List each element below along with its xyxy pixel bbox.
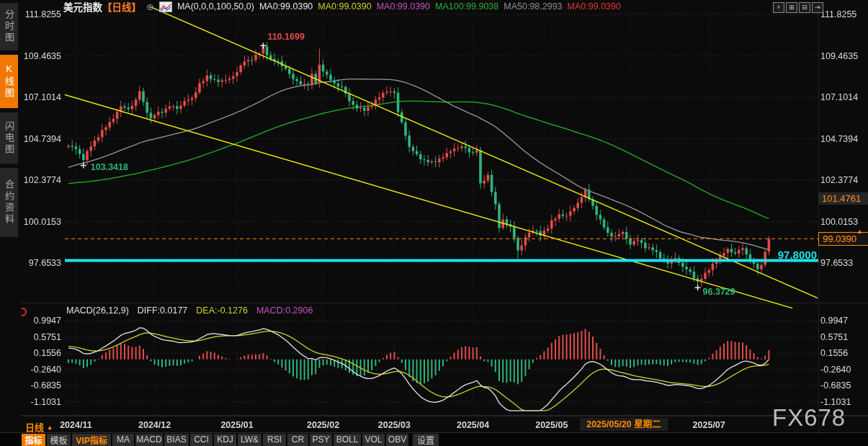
chart-legend: 美元指数【日线】 ⊕ MA(0,0,0,100,50,0) MA0:99.039…	[63, 1, 621, 12]
date-tick-2025-07: 2025/07	[684, 420, 734, 430]
macd-tick-left: -1.1031	[22, 397, 61, 407]
price-tick-right: 102.3774	[820, 175, 858, 185]
watermark: FX678	[772, 404, 846, 432]
macd-tick-right: 0.1556	[820, 348, 848, 358]
price-tick-right: 109.4635	[820, 51, 858, 61]
macd-dea-value: DEA:-0.1276	[196, 305, 248, 316]
date-tick-2025-01: 2025/01	[212, 420, 262, 430]
price-alert-arrow-icon[interactable]: ▲	[856, 228, 863, 235]
date-tick-2025-04: 2025/04	[448, 420, 498, 430]
price-tick-right: 104.7394	[820, 134, 858, 144]
toolbar-button-kdj[interactable]: KDJ	[214, 434, 236, 446]
macd-tick-right: 0.9947	[820, 316, 848, 326]
macd-tick-left: -0.6835	[22, 380, 61, 391]
sidebar-tab-time-chart[interactable]: 分时图	[0, 3, 18, 50]
toolbar-button-templates[interactable]: 模板	[47, 434, 71, 446]
ma-value-4: MA50:98.2993	[504, 1, 562, 12]
low-price-label-1: 103.3418	[91, 162, 128, 172]
macd-macd-value: MACD:0.2906	[256, 305, 313, 316]
toolbar-button-ma[interactable]: MA	[112, 434, 134, 446]
macd-tick-left: -0.2640	[22, 365, 61, 375]
chart-style-icon[interactable]	[159, 1, 172, 12]
toolbar-button-rsi[interactable]: RSI	[263, 434, 286, 446]
toolbar-button-cci[interactable]: CCI	[190, 434, 212, 446]
toolbar-button-cr[interactable]: CR	[287, 434, 308, 446]
support-line-label: 97.8000	[778, 249, 817, 261]
macd-tick-left: 0.5751	[22, 332, 61, 342]
macd-tick-right: -0.6835	[820, 380, 851, 391]
chart-window-icons: +⊞⊟⇥	[773, 2, 823, 13]
trading-app: 分时图K线图闪电图合约资料 美元指数【日线】 ⊕ MA(0,0,0,100,50…	[0, 0, 868, 446]
price-tick-left: 111.8255	[22, 9, 61, 19]
price-tick-left: 102.3774	[22, 175, 61, 185]
macd-tick-left: 0.9947	[22, 316, 61, 326]
date-tick-2025-02: 2025/02	[298, 420, 349, 430]
ma-value-2: MA0:99.0390	[377, 1, 430, 12]
sidebar-tab-flash-chart[interactable]: 闪电图	[0, 112, 18, 164]
date-axis: 日线 ▲ 2025/05/20 星期二 2024/112024/122025/0…	[0, 416, 868, 433]
date-tick-2024-12: 2024/12	[130, 420, 180, 430]
toolbar-button-settings[interactable]: 设置	[413, 434, 439, 446]
pan-crosshair-icon[interactable]: +	[773, 2, 784, 13]
price-tick-left: 104.7394	[22, 134, 61, 144]
toolbar-button-psy[interactable]: PSY	[310, 434, 332, 446]
date-tick-2025-05: 2025/05	[527, 420, 577, 430]
ma-value-0: MA0:99.0390	[259, 1, 313, 12]
add-compare-icon[interactable]: ⊕	[146, 1, 154, 12]
date-tick-2024-11: 2024/11	[50, 420, 101, 430]
candlestick-chart-canvas[interactable]	[0, 0, 868, 446]
price-tick-left: 107.1014	[22, 92, 61, 102]
zoom-y-axis-icon[interactable]: ⊟	[799, 2, 810, 13]
price-tick-right: 100.0153	[820, 217, 858, 227]
macd-title: MACD(26,12,9)	[66, 305, 129, 316]
sidebar-tab-contract-info[interactable]: 合约资料	[0, 168, 18, 237]
symbol-name: 美元指数	[63, 0, 102, 14]
date-tick-2025-03: 2025/03	[369, 420, 419, 430]
page-forward-icon[interactable]: ⇥	[812, 2, 823, 13]
period-tag: 【日线】	[102, 0, 141, 14]
sidebar: 分时图K线图闪电图合约资料	[0, 0, 22, 446]
price-tick-left: 97.6533	[22, 258, 61, 268]
toolbar-button-vol[interactable]: VOL	[362, 434, 385, 446]
price-tick-left: 109.4635	[22, 51, 61, 61]
price-tick-right: 97.6533	[820, 258, 853, 268]
macd-tick-right: 0.5751	[820, 332, 848, 342]
alert-price-axis-box: 101.4761	[818, 192, 868, 205]
sidebar-tab-kline-chart[interactable]: K线图	[0, 55, 18, 108]
toolbar-button-boll[interactable]: BOLL	[334, 434, 361, 446]
macd-tick-left: 0.1556	[22, 348, 61, 358]
macd-legend: MACD(26,12,9) DIFF:0.0177 DEA:-0.1276 MA…	[66, 305, 313, 316]
toolbar-button-obv[interactable]: OBV	[386, 434, 408, 446]
macd-tick-right: -0.2640	[820, 365, 851, 375]
price-tick-left: 100.0153	[22, 217, 61, 227]
price-tick-right: 111.8255	[820, 9, 856, 19]
indicator-toolbar: 指标模板VIP指标MAMACDBIASCCIKDJLW&RSICRPSYBOLL…	[0, 432, 868, 446]
peak-price-label: 110.1699	[267, 32, 304, 42]
ma-value-1: MA0:99.0390	[318, 1, 371, 12]
low-price-label-2: 96.3729	[703, 287, 735, 297]
toolbar-button-indicators[interactable]: 指标	[22, 434, 45, 446]
toolbar-button-macd[interactable]: MACD	[135, 434, 163, 446]
toolbar-button-bias[interactable]: BIAS	[164, 434, 189, 446]
toolbar-button-lw[interactable]: LW&	[238, 434, 261, 446]
highlighted-date-badge: 2025/05/20 星期二	[580, 418, 668, 431]
zoom-x-axis-icon[interactable]: ⊞	[786, 2, 797, 13]
price-tick-right: 107.1014	[820, 92, 858, 102]
ma-value-5: MA0:99.0390	[568, 1, 621, 12]
ma-settings: MA(0,0,0,100,50,0)	[177, 1, 254, 12]
ma-value-3: MA100:99.9038	[435, 1, 498, 12]
toolbar-button-vip[interactable]: VIP指标	[72, 434, 111, 446]
macd-diff-value: DIFF:0.0177	[138, 305, 187, 316]
